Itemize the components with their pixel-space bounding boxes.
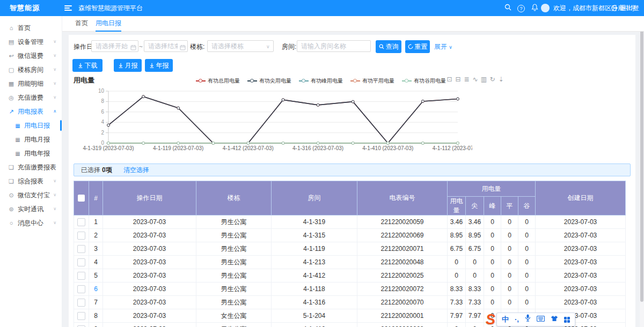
row-checkbox[interactable] — [77, 258, 85, 266]
download-button[interactable]: 下载 — [72, 59, 103, 72]
sidebar-item-wechat-alipay[interactable]: ⊙微信支付宝∨ — [0, 188, 62, 202]
legend-item[interactable]: 有功尖用电量 — [247, 77, 291, 85]
legend-item[interactable]: 有功谷用电量 — [402, 77, 446, 85]
row-checkbox[interactable] — [77, 325, 85, 327]
cell-usage: 8.33 — [448, 283, 466, 296]
data-zoom-icon[interactable]: ⊡ — [446, 75, 453, 84]
cell-date: 2023-07-03 — [103, 242, 196, 256]
sidebar-item-comprehensive-reports[interactable]: ❏综合报表∨ — [0, 174, 62, 188]
help-icon[interactable]: ? — [517, 4, 525, 12]
row-select-cell[interactable] — [74, 283, 89, 296]
row-checkbox[interactable] — [77, 245, 85, 253]
expand-link[interactable]: 展开 ∨ — [434, 40, 452, 54]
table-row[interactable]: 42023-07-03男生公寓4-1-213221220020048000002… — [74, 256, 626, 269]
sidebar-item-device-management[interactable]: ▤设备管理∨ — [0, 35, 62, 49]
ime-punctuation-icon[interactable]: ·, — [515, 313, 519, 326]
room-input[interactable] — [297, 40, 371, 52]
monthly-report-button[interactable]: 月报 — [114, 59, 142, 72]
search-button[interactable]: 查询 — [376, 40, 401, 53]
sidebar-item-power-daily-report[interactable]: ▦用电日报 — [0, 118, 62, 132]
row-checkbox[interactable] — [77, 299, 85, 307]
legend-label: 有功总用电量 — [208, 77, 240, 85]
ime-toolbox-icon[interactable] — [564, 317, 570, 323]
row-select-cell[interactable] — [74, 309, 89, 323]
cell-created: 2023-07-03 — [536, 283, 626, 296]
table-row[interactable]: 12023-07-03男生公寓4-1-3192212200200593.463.… — [74, 215, 626, 229]
legend-item[interactable]: 有功平用电量 — [350, 77, 394, 85]
sidebar-item-label: 微信支付宝 — [18, 191, 50, 199]
pay-icon: ⊙ — [8, 188, 15, 202]
sidebar-item-power-reports[interactable]: ↗用电报表∧ — [0, 105, 62, 118]
select-all-checkbox[interactable] — [78, 195, 85, 202]
table-row[interactable]: 72023-07-03男生公寓4-1-3162212200200707.337.… — [74, 296, 626, 309]
sidebar-item-energy-detail[interactable]: ▦用能明细∨ — [0, 77, 62, 91]
select-all-header[interactable] — [74, 181, 89, 215]
sidebar-item-message-center[interactable]: ○消息中心∨ — [0, 216, 62, 230]
restore-icon[interactable]: ↻ — [489, 75, 496, 84]
table-row[interactable]: 62023-07-03男生公寓4-1-1182212200200728.338.… — [74, 283, 626, 296]
clear-selection-link[interactable]: 清空选择 — [123, 166, 149, 174]
zoom-reset-icon[interactable]: ⊟ — [455, 75, 462, 84]
save-image-icon[interactable]: ⇣ — [497, 75, 504, 84]
row-select-cell[interactable] — [74, 242, 89, 256]
yearly-report-button[interactable]: 年报 — [145, 59, 173, 72]
col-peak: 峰 — [484, 197, 501, 215]
sidebar-item-recharge-reports[interactable]: ❏充值缴费报表∨ — [0, 160, 62, 174]
keyboard-icon[interactable] — [537, 313, 545, 326]
bell-icon[interactable] — [530, 4, 539, 12]
sidebar-item-building-rooms[interactable]: ▢楼栋房间∨ — [0, 63, 62, 77]
chart-toolbox: ⊡⊟≣∿▥↻⇣ — [446, 75, 504, 84]
reset-button[interactable]: 重置 — [405, 40, 430, 53]
legend-item[interactable]: 有功峰用电量 — [299, 77, 343, 85]
row-checkbox[interactable] — [77, 232, 85, 240]
cell-meter: 221220020059 — [357, 215, 448, 229]
svg-text:4-1-412 (2023-07-03): 4-1-412 (2023-07-03) — [223, 145, 274, 151]
scrollbar-track[interactable] — [640, 16, 644, 327]
cell-flat: 0 — [501, 242, 518, 256]
row-select-cell[interactable] — [74, 296, 89, 309]
sidebar-item-wechat-refund[interactable]: ↩微信退费∨ — [0, 49, 62, 63]
building-select[interactable] — [207, 40, 274, 52]
selection-bar: 已选择0项 清空选择 — [74, 164, 631, 176]
microphone-icon[interactable] — [525, 313, 531, 326]
cell-index: 5 — [89, 269, 103, 283]
row-checkbox[interactable] — [77, 218, 85, 226]
sidebar-item-realtime-communication[interactable]: ⊚实时通讯∨ — [0, 202, 62, 216]
row-checkbox[interactable] — [77, 312, 85, 320]
row-select-cell[interactable] — [74, 323, 89, 327]
row-select-cell[interactable] — [74, 215, 89, 229]
row-select-cell[interactable] — [74, 269, 89, 283]
cell-room: 4-1-412 — [272, 269, 357, 283]
scrollbar-thumb[interactable] — [640, 19, 643, 302]
data-view-icon[interactable]: ≣ — [463, 75, 470, 84]
logout-button[interactable]: 退出登录 — [611, 0, 644, 32]
sogou-logo-icon[interactable]: S — [486, 311, 495, 327]
table-row[interactable]: 32023-07-03男生公寓4-1-1192212200200716.756.… — [74, 242, 626, 256]
col-index: # — [89, 181, 103, 215]
svg-text:4-1-112 (2023-07-03): 4-1-112 (2023-07-03) — [433, 145, 472, 151]
menu-collapse-icon[interactable] — [64, 4, 72, 12]
sidebar-item-label: 楼栋房间 — [18, 66, 43, 73]
row-checkbox[interactable] — [77, 272, 85, 280]
sidebar-item-power-yearly-report[interactable]: ▦用电年报 — [0, 146, 62, 160]
row-select-cell[interactable] — [74, 256, 89, 269]
skin-icon[interactable] — [551, 313, 558, 326]
line-chart-icon[interactable]: ∿ — [472, 75, 479, 84]
tab-power-daily-report[interactable]: 用电日报 — [96, 16, 121, 32]
tab-home[interactable]: 首页 — [75, 16, 88, 31]
row-checkbox[interactable] — [77, 285, 85, 293]
svg-text:4: 4 — [101, 119, 104, 125]
sidebar-item-home[interactable]: ⌂首页 — [0, 21, 62, 35]
line-chart[interactable]: 02468104-1-319 (2023-07-03)4-1-119 (2023… — [70, 85, 472, 154]
monthly-report-label: 月报 — [125, 62, 138, 69]
legend-item[interactable]: 有功总用电量 — [196, 77, 240, 85]
sidebar-item-power-monthly-report[interactable]: ▦用电月报 — [0, 132, 62, 146]
table-row[interactable]: 22023-07-03男生公寓4-1-3152212200200698.958.… — [74, 229, 626, 242]
table-row[interactable]: 52023-07-03男生公寓4-1-412221220020025000002… — [74, 269, 626, 283]
avatar[interactable] — [541, 4, 550, 12]
ime-chinese-mode-icon[interactable]: 中 — [502, 313, 509, 326]
sidebar-item-recharge-payment[interactable]: ◎充值缴费∨ — [0, 91, 62, 105]
search-icon[interactable] — [503, 4, 512, 12]
row-select-cell[interactable] — [74, 229, 89, 242]
bar-chart-icon[interactable]: ▥ — [480, 75, 487, 84]
